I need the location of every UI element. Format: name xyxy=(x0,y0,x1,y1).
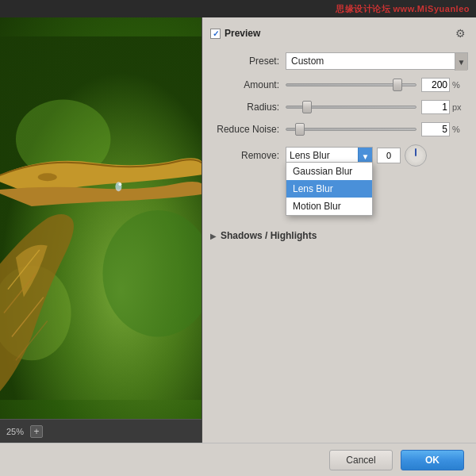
dropdown-item-motion[interactable]: Motion Blur xyxy=(286,198,372,215)
preview-row: ✓ Preview ⚙ xyxy=(210,25,468,41)
bottom-bar: Cancel OK xyxy=(0,443,476,476)
gear-button[interactable]: ⚙ xyxy=(452,25,468,41)
preset-label: Preset: xyxy=(210,56,286,67)
preview-checkbox[interactable]: ✓ xyxy=(210,29,221,39)
preview-label: Preview xyxy=(225,28,260,39)
preview-checkbox-row[interactable]: ✓ Preview xyxy=(210,28,260,39)
zoom-add-button[interactable]: + xyxy=(30,425,43,438)
radius-input[interactable] xyxy=(421,100,450,114)
reduce-noise-slider-thumb[interactable] xyxy=(295,123,305,136)
settings-panel: ✓ Preview ⚙ Preset: Custom ▼ xyxy=(202,17,476,443)
preset-value: Custom xyxy=(291,56,463,67)
image-footer: 25% + xyxy=(0,419,202,443)
image-panel: 25% + xyxy=(0,17,202,443)
bird-image xyxy=(0,17,202,419)
main-container: 思缘设计论坛 www.MiSyuanleo xyxy=(0,0,476,476)
shadows-label: Shadows / Highlights xyxy=(221,230,317,241)
svg-point-4 xyxy=(38,173,57,181)
preset-row: Preset: Custom ▼ xyxy=(210,52,468,70)
radius-slider-container xyxy=(286,106,416,109)
amount-label: Amount: xyxy=(210,79,286,90)
shadows-expand-arrow[interactable]: ▶ xyxy=(210,232,217,240)
svg-point-6 xyxy=(118,182,121,186)
amount-slider-container xyxy=(286,83,416,86)
preset-dropdown-arrow[interactable]: ▼ xyxy=(455,53,467,71)
reduce-noise-unit: % xyxy=(452,125,468,134)
radius-slider-track[interactable] xyxy=(286,106,416,109)
radius-unit: px xyxy=(452,102,468,112)
shadows-row: ▶ Shadows / Highlights xyxy=(210,230,468,241)
radius-row: Radius: px xyxy=(210,100,468,114)
reduce-noise-row: Reduce Noise: % xyxy=(210,122,468,136)
radius-slider-thumb[interactable] xyxy=(302,101,312,113)
reduce-noise-label: Reduce Noise: xyxy=(210,124,286,135)
amount-unit: % xyxy=(452,80,468,90)
cancel-button[interactable]: Cancel xyxy=(329,450,393,470)
dropdown-item-gaussian[interactable]: Gaussian Blur xyxy=(286,163,372,180)
preset-select[interactable]: Custom ▼ xyxy=(286,52,468,70)
watermark-bar: 思缘设计论坛 www.MiSyuanleo xyxy=(0,0,476,17)
watermark-text: 思缘设计论坛 www.MiSyuanleo xyxy=(336,3,470,15)
amount-input[interactable] xyxy=(421,78,450,92)
remove-dropdown-menu: Gaussian Blur Lens Blur Motion Blur xyxy=(286,162,373,216)
angle-input[interactable] xyxy=(377,148,401,163)
zoom-level: 25% xyxy=(6,427,24,436)
amount-slider-track[interactable] xyxy=(286,83,416,86)
dropdown-item-lens[interactable]: Lens Blur xyxy=(286,180,372,198)
ok-button[interactable]: OK xyxy=(401,450,464,470)
reduce-noise-slider-track[interactable] xyxy=(286,128,416,131)
reduce-noise-slider-container xyxy=(286,128,416,131)
angle-wheel[interactable] xyxy=(405,144,427,167)
remove-row: Remove: Lens Blur ▼ Gaussian Blur Lens B… xyxy=(210,144,468,167)
amount-row: Amount: % xyxy=(210,78,468,92)
reduce-noise-input[interactable] xyxy=(421,122,450,136)
remove-label: Remove: xyxy=(210,150,286,161)
radius-label: Radius: xyxy=(210,102,286,113)
remove-select-value: Lens Blur xyxy=(290,150,369,161)
amount-slider-thumb[interactable] xyxy=(393,79,402,91)
